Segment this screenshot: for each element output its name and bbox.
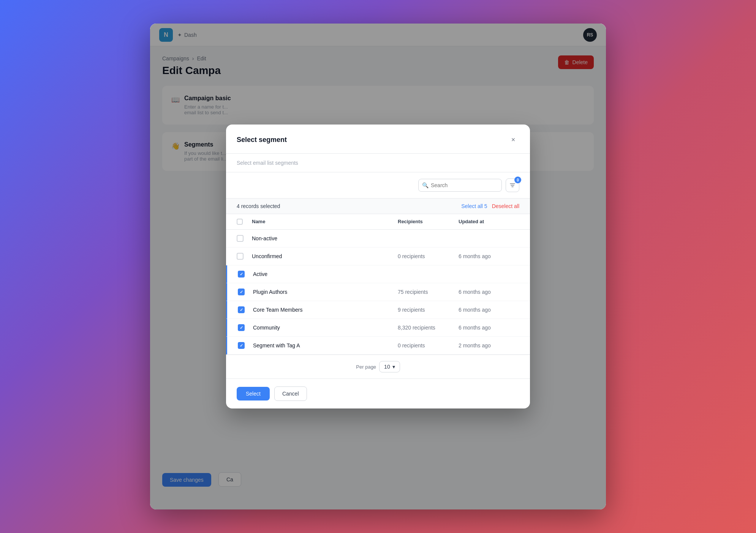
row-name-core-team: Core Team Members bbox=[253, 307, 398, 313]
deselect-all-link[interactable]: Deselect all bbox=[492, 203, 519, 209]
select-button[interactable]: Select bbox=[237, 387, 270, 401]
table-row: Core Team Members 9 recipients 6 months … bbox=[226, 301, 530, 319]
row-name-plugin-authors: Plugin Authors bbox=[253, 289, 398, 295]
row-checkbox-segment-tag-a[interactable] bbox=[238, 342, 245, 349]
row-recipients-unconfirmed: 0 recipients bbox=[398, 253, 459, 259]
table-row: Non-active bbox=[226, 230, 530, 248]
row-recipients-segment-tag-a: 0 recipients bbox=[398, 342, 459, 348]
row-checkbox-community[interactable] bbox=[238, 324, 245, 331]
filter-icon bbox=[509, 182, 516, 188]
modal-overlay: Select segment × Select email list segme… bbox=[150, 24, 606, 509]
modal-search-bar: 🔍 0 bbox=[226, 172, 530, 199]
records-selected-text: 4 records selected bbox=[237, 203, 280, 209]
select-all-link[interactable]: Select all 5 bbox=[461, 203, 487, 209]
table-row: Community 8,320 recipients 6 months ago bbox=[226, 319, 530, 337]
app-window: N ✦ Dash RS Campaigns › Edit Edit Campa … bbox=[150, 24, 606, 509]
row-name-community: Community bbox=[253, 325, 398, 331]
select-all-checkbox[interactable] bbox=[237, 219, 252, 225]
table-row: Segment with Tag A 0 recipients 2 months… bbox=[226, 337, 530, 355]
table-body: Non-active Unconfirmed 0 recipients 6 mo… bbox=[226, 230, 530, 355]
per-page-label: Per page bbox=[356, 364, 376, 370]
table-row: Active bbox=[226, 265, 530, 283]
row-checkbox-active[interactable] bbox=[238, 271, 245, 278]
row-checkbox-plugin-authors[interactable] bbox=[238, 289, 245, 295]
table-row: Unconfirmed 0 recipients 6 months ago bbox=[226, 248, 530, 265]
search-icon: 🔍 bbox=[422, 182, 429, 188]
modal-close-button[interactable]: × bbox=[507, 134, 519, 146]
col-name: Name bbox=[252, 219, 398, 225]
col-updated-at: Updated at bbox=[459, 219, 519, 225]
col-recipients: Recipients bbox=[398, 219, 459, 225]
modal-action-footer: Select Cancel bbox=[226, 378, 530, 408]
row-updated-unconfirmed: 6 months ago bbox=[459, 253, 519, 259]
modal-subtitle: Select email list segments bbox=[226, 154, 530, 172]
table-header-bar: 4 records selected Select all 5 Deselect… bbox=[226, 199, 530, 214]
modal-title: Select segment bbox=[237, 136, 287, 144]
modal-header: Select segment × bbox=[226, 125, 530, 154]
row-updated-core-team: 6 months ago bbox=[459, 307, 519, 313]
search-input[interactable] bbox=[418, 179, 502, 192]
column-headers: Name Recipients Updated at bbox=[226, 214, 530, 230]
filter-badge: 0 bbox=[514, 177, 521, 183]
row-updated-community: 6 months ago bbox=[459, 325, 519, 331]
row-updated-segment-tag-a: 2 months ago bbox=[459, 342, 519, 348]
row-checkbox-non-active[interactable] bbox=[237, 235, 244, 242]
row-checkbox-unconfirmed[interactable] bbox=[237, 253, 244, 260]
row-name-active: Active bbox=[253, 271, 398, 277]
cancel-modal-button[interactable]: Cancel bbox=[274, 386, 307, 401]
filter-button[interactable]: 0 bbox=[506, 178, 519, 192]
row-updated-plugin-authors: 6 months ago bbox=[459, 289, 519, 295]
pagination-footer: Per page 10 ▾ bbox=[226, 355, 530, 378]
chevron-down-icon: ▾ bbox=[392, 364, 395, 370]
row-name-segment-tag-a: Segment with Tag A bbox=[253, 342, 398, 348]
row-recipients-plugin-authors: 75 recipients bbox=[398, 289, 459, 295]
table-row: Plugin Authors 75 recipients 6 months ag… bbox=[226, 283, 530, 301]
per-page-select[interactable]: 10 ▾ bbox=[379, 361, 400, 372]
row-name-unconfirmed: Unconfirmed bbox=[252, 253, 398, 259]
row-name-non-active: Non-active bbox=[252, 235, 398, 241]
search-wrapper: 🔍 bbox=[418, 179, 502, 192]
row-checkbox-core-team[interactable] bbox=[238, 306, 245, 313]
select-segment-modal: Select segment × Select email list segme… bbox=[226, 125, 530, 408]
row-recipients-core-team: 9 recipients bbox=[398, 307, 459, 313]
row-recipients-community: 8,320 recipients bbox=[398, 325, 459, 331]
